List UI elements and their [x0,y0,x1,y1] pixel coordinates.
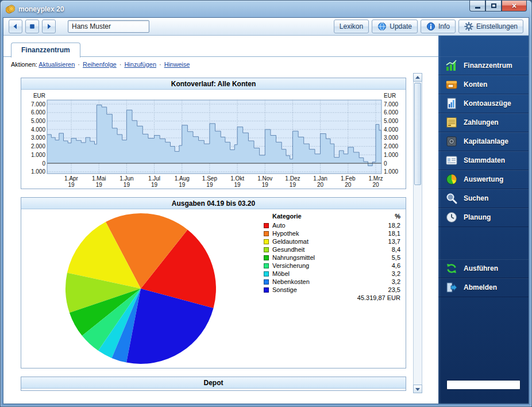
action-link-hinzufuegen[interactable]: Hinzufügen [124,61,156,68]
dot-separator: · [78,61,80,68]
legend-value: 23,5 [388,286,400,293]
legend-label: Nahrungsmittel [272,254,392,261]
lexikon-button[interactable]: Lexikon [334,20,369,33]
tab-finanzzentrum[interactable]: Finanzzentrum [11,43,80,57]
legend-header-category: Kategorie [272,213,395,221]
sidebar-item-abmelden[interactable]: Abmelden [438,278,529,297]
svg-text:7.000: 7.000 [31,101,45,107]
nav-forward-button[interactable] [42,20,56,33]
legend-swatch [264,255,269,260]
legend-swatch [264,287,269,293]
titlebar: moneyplex 20 × [1,1,531,17]
legend-value: 4,6 [392,262,400,269]
svg-text:4.000: 4.000 [31,126,45,133]
scrollbar-thumb[interactable] [414,83,421,185]
legend-row: Nebenkosten3,2 [264,278,400,286]
coins-icon [6,5,15,14]
svg-text:EUR: EUR [33,93,45,99]
scroll-up-button[interactable] [413,73,422,82]
legend-row: Gesundheit8,4 [264,245,400,254]
legend-row: Geldautomat13,7 [264,237,400,245]
legend-label: Hypothek [272,230,388,237]
sidebar-item-planung[interactable]: Planung [438,208,529,227]
wallet-icon [445,78,458,91]
actions-bar: Aktionen: Aktualisieren·Reihenfolge·Hinz… [3,57,438,72]
legend-rows: Auto18,2Hypothek18,1Geldautomat13,7Gesun… [264,221,400,294]
sidebar-items: FinanzzentrumKontenKontoauszügeZahlungen… [438,36,529,227]
legend-swatch [264,247,269,252]
action-link-aktualisieren[interactable]: Aktualisieren [38,61,75,68]
svg-text:19: 19 [206,182,213,188]
svg-text:0: 0 [384,160,387,167]
svg-text:1.Aug: 1.Aug [175,175,190,182]
sidebar-item-kontoauszuege[interactable]: Kontoauszüge [438,94,529,113]
legend-value: 18,1 [388,230,400,237]
svg-text:2.000: 2.000 [384,143,398,149]
action-link-reihenfolge[interactable]: Reihenfolge [83,61,117,68]
square-icon [28,22,36,30]
legend-value: 3,2 [392,270,400,277]
svg-text:1.000: 1.000 [384,168,398,175]
svg-text:EUR: EUR [384,93,396,99]
close-button[interactable]: × [502,1,527,11]
minimize-button[interactable] [469,1,485,11]
nav-back-button[interactable] [9,20,22,33]
legend-value: 18,2 [388,222,400,229]
arrow-right-icon [45,22,53,30]
main-area: Finanzzentrum Aktionen: Aktualisieren·Re… [3,36,529,404]
svg-text:1.000: 1.000 [384,152,398,158]
svg-text:1.000: 1.000 [31,152,45,158]
sidebar-item-label: Kapitalanlage [464,137,508,145]
sidebar-item-suchen[interactable]: Suchen [438,189,529,208]
svg-text:20: 20 [372,182,379,188]
triangle-up-icon [415,74,420,79]
dot-separator: · [159,61,161,68]
svg-text:1.Feb: 1.Feb [341,175,356,182]
legend-label: Nebenkosten [272,278,392,285]
depot-title: Depot [21,377,406,389]
sidebar-item-konten[interactable]: Konten [438,75,529,94]
legend-label: Sonstige [272,286,388,293]
maximize-button[interactable] [485,1,502,11]
info-button-label: Info [438,22,450,30]
info-circle-icon [426,22,435,31]
sidebar-item-stammdaten[interactable]: Stammdaten [438,151,529,170]
legend-label: Geldautomat [272,238,388,245]
svg-text:19: 19 [234,182,241,188]
sidebar-item-ausfuehren[interactable]: Ausführen [438,259,529,278]
svg-text:19: 19 [290,182,296,188]
svg-text:6.000: 6.000 [384,109,398,116]
legend-value: 8,4 [392,246,400,253]
user-search-input[interactable] [68,20,149,33]
status-progress-field [446,380,521,390]
info-button[interactable]: Info [421,20,456,33]
svg-text:1.Nov: 1.Nov [257,175,272,182]
svg-text:20: 20 [345,182,352,188]
magnifier-icon [445,192,458,205]
scroll-down-button[interactable] [413,385,422,393]
nav-home-button[interactable] [25,20,39,33]
sidebar-item-zahlungen[interactable]: Zahlungen [438,113,529,132]
action-links: Aktualisieren·Reihenfolge·Hinzufügen·Hin… [38,61,190,68]
chart-growth-icon [445,59,458,72]
svg-text:7.000: 7.000 [384,101,398,107]
sidebar-item-kapitalanlage[interactable]: Kapitalanlage [438,132,529,151]
svg-text:19: 19 [124,182,130,188]
action-link-hinweise[interactable]: Hinweise [164,61,190,68]
einstellungen-button-label: Einstellungen [476,22,518,30]
sidebar-item-auswertung[interactable]: Auswertung [438,170,529,189]
toolbar: Lexikon Update Info [3,18,529,36]
update-button[interactable]: Update [372,20,418,33]
sidebar-item-label: Planung [464,213,491,221]
svg-text:1.Jun: 1.Jun [119,175,133,182]
svg-text:5.000: 5.000 [31,118,45,124]
svg-text:1.Jan: 1.Jan [313,175,327,182]
lexikon-button-label: Lexikon [340,22,363,30]
sidebar-item-label: Finanzzentrum [464,62,512,70]
sidebar-item-finanzzentrum[interactable]: Finanzzentrum [438,56,529,75]
content-area: Finanzzentrum Aktionen: Aktualisieren·Re… [3,36,438,404]
legend-swatch [264,223,269,228]
einstellungen-button[interactable]: Einstellungen [458,20,523,33]
close-icon: × [512,2,516,10]
vertical-scrollbar[interactable] [413,73,422,393]
